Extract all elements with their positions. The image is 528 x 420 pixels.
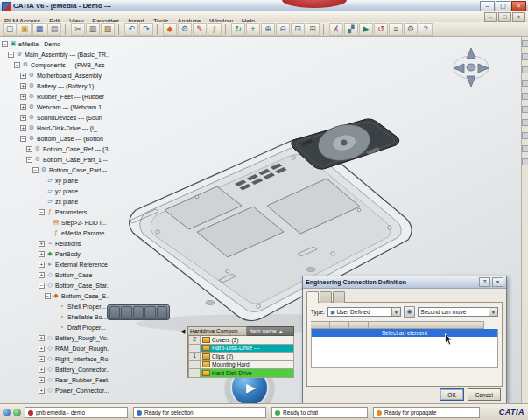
tree-item[interactable]: ⚙ Components --- (PWB_Ass	[0, 60, 109, 70]
session-box[interactable]: pnb emedia - demo	[25, 407, 128, 418]
hard-disk-drive-model[interactable]	[283, 114, 410, 177]
tree-item[interactable]: ⚙ Bottom_Case_Ref --- (3	[0, 144, 109, 154]
tree-item[interactable]: ◆ PartBody	[0, 248, 109, 259]
tree-expander-icon[interactable]	[26, 157, 32, 163]
tree-item[interactable]: ▪ Shellable Bo...	[0, 312, 109, 322]
tree-expander-icon[interactable]	[32, 167, 39, 173]
print-icon[interactable]: ▤	[47, 23, 61, 36]
tree-item[interactable]: ⚙ Motherboard_Assembly	[0, 70, 109, 80]
move-behavior-combo[interactable]: Second can move ▾	[418, 307, 498, 317]
simulation-play-icon[interactable]: ▶	[359, 23, 373, 36]
tree-item[interactable]: ⚙ Hard-Disk-Drive --- (I_	[0, 122, 109, 133]
zoom-in-icon[interactable]: ⊕	[261, 23, 275, 36]
catalog-icon[interactable]: ≡	[389, 23, 403, 36]
tree-item[interactable]: ◇ Power_Connector...	[0, 385, 109, 396]
assembly-design-icon[interactable]: ⚙	[178, 23, 192, 36]
toolbar-separator[interactable]	[65, 24, 68, 35]
constraints-table-body[interactable]: Select an element	[311, 329, 498, 368]
sketch-tool-icon[interactable]	[522, 145, 528, 152]
connection-status-icon[interactable]	[3, 409, 11, 416]
chevron-down-icon[interactable]: ▾	[391, 308, 400, 316]
dialog-help-button[interactable]: ?	[479, 277, 490, 287]
rotate-tool-icon[interactable]	[144, 306, 155, 319]
sketcher-icon[interactable]: ✎	[193, 23, 207, 36]
tree-item[interactable]: ƒ Parameters	[0, 206, 109, 217]
open-icon[interactable]: ▣	[18, 23, 32, 36]
tree-expander-icon[interactable]	[39, 377, 45, 383]
update-icon[interactable]: ↺	[374, 23, 388, 36]
tree-item[interactable]: ◆ Bottom_Case_S...	[0, 290, 109, 301]
tree-expander-icon[interactable]	[20, 94, 26, 100]
tree-expander-icon[interactable]	[39, 251, 45, 257]
dialog-tab[interactable]	[333, 291, 345, 303]
constraint-type-combo[interactable]: ▣ User Defined ▾	[327, 307, 401, 317]
tree-expander-icon[interactable]	[39, 356, 45, 362]
plane-tool-icon[interactable]	[522, 66, 528, 74]
paste-icon[interactable]: ▨	[101, 23, 115, 36]
redo-icon[interactable]: ↷	[139, 23, 153, 36]
tree-expander-icon[interactable]	[39, 272, 45, 278]
component-row[interactable]: Hard Disk Drive	[188, 369, 294, 378]
help-icon[interactable]: ?	[419, 23, 433, 36]
tree-item[interactable]: ⚙ Webcam --- (Webcam.1	[0, 102, 109, 112]
list-tool-icon[interactable]	[522, 106, 528, 113]
document-status-icon[interactable]	[13, 409, 21, 416]
ok-button[interactable]: OK	[440, 388, 463, 401]
chat-status-box[interactable]: Ready to chat	[271, 407, 368, 418]
cut-icon[interactable]: ✂	[71, 23, 85, 36]
tree-item[interactable]: ◇ Bottom_Case	[0, 270, 109, 280]
examine-view-icon[interactable]	[109, 306, 120, 319]
part-design-icon[interactable]: ◆	[163, 23, 177, 36]
tree-item[interactable]: ⚙ Main_Assembly --- (Basic_TR.1	[0, 49, 109, 60]
toolbar-separator[interactable]	[157, 24, 160, 35]
maximize-button[interactable]: ▢	[496, 1, 510, 11]
undo-icon[interactable]: ↶	[124, 23, 138, 36]
gear-tool-icon[interactable]	[522, 93, 528, 100]
tree-item[interactable]: ▱ zx plane	[0, 196, 109, 206]
tree-expander-icon[interactable]	[39, 367, 45, 373]
tree-expander-icon[interactable]	[39, 283, 45, 289]
component-row[interactable]: 2 Covers (3)	[188, 336, 294, 345]
tree-item[interactable]: ◇ Battery_Rough_Vo...	[0, 332, 109, 343]
item-name-cell[interactable]: Mounting Hard	[201, 361, 294, 370]
tree-expander-icon[interactable]	[8, 52, 14, 58]
tree-item[interactable]: ◇ Bottom_Case_Star...	[0, 280, 109, 290]
chevron-down-icon[interactable]: ▾	[489, 308, 497, 316]
pan-tool-icon[interactable]	[133, 306, 144, 319]
navigation-compass[interactable]	[447, 42, 496, 91]
doc-minimize-button[interactable]: –	[484, 12, 497, 22]
tree-expander-icon[interactable]	[20, 136, 26, 142]
doc-close-button[interactable]: ×	[512, 12, 525, 22]
item-name-cell[interactable]: Clips (2)	[201, 353, 294, 361]
frame-tool-icon[interactable]	[522, 119, 528, 126]
item-name-cell[interactable]: Hard Disk Drive	[201, 369, 294, 378]
tree-item[interactable]: ▣ eMedia - Demo ---	[0, 38, 109, 49]
knowledge-icon[interactable]: ƒ	[208, 23, 222, 36]
cancel-button[interactable]: Cancel	[468, 388, 501, 401]
tree-expander-icon[interactable]	[39, 346, 45, 352]
dialog-close-button[interactable]: ×	[492, 277, 503, 287]
tree-item[interactable]: ▱ xy plane	[0, 175, 109, 186]
fit-all-icon[interactable]: ⊡	[291, 23, 305, 36]
tree-expander-icon[interactable]	[14, 62, 20, 68]
tree-item[interactable]: ▪ Shell Proper...	[0, 301, 109, 312]
tree-item[interactable]: ƒ eMedia Parame...	[0, 228, 109, 238]
doc-restore-button[interactable]: ▢	[498, 12, 511, 22]
toolbar-separator[interactable]	[225, 24, 229, 35]
item-name-cell[interactable]: Hard-Disk-Drive ---	[201, 345, 294, 354]
item-name-cell[interactable]: Covers (3)	[201, 336, 294, 345]
panel-title[interactable]: Harddrive Compon	[187, 326, 247, 336]
examine-tool-icon[interactable]	[522, 53, 528, 60]
tree-item[interactable]: ⚙ Bottom_Case_Part_1 --	[0, 154, 109, 164]
tree-expander-icon[interactable]	[2, 41, 8, 47]
select-tool-icon[interactable]	[522, 40, 528, 47]
normal-view-icon[interactable]: ⊞	[306, 23, 320, 36]
fit-all-view-icon[interactable]	[121, 306, 131, 319]
tree-item[interactable]: ⚙ Rubber_Feet --- (Rubber	[0, 91, 109, 102]
close-button[interactable]: ×	[511, 1, 526, 11]
tree-item[interactable]: ⚙ Battery --- (Battery.1)	[0, 80, 109, 91]
zoom-out-icon[interactable]: ⊖	[276, 23, 290, 36]
tree-expander-icon[interactable]	[39, 209, 45, 215]
support-picker-icon[interactable]: ◉	[404, 306, 415, 318]
toolbar-separator[interactable]	[118, 24, 122, 35]
